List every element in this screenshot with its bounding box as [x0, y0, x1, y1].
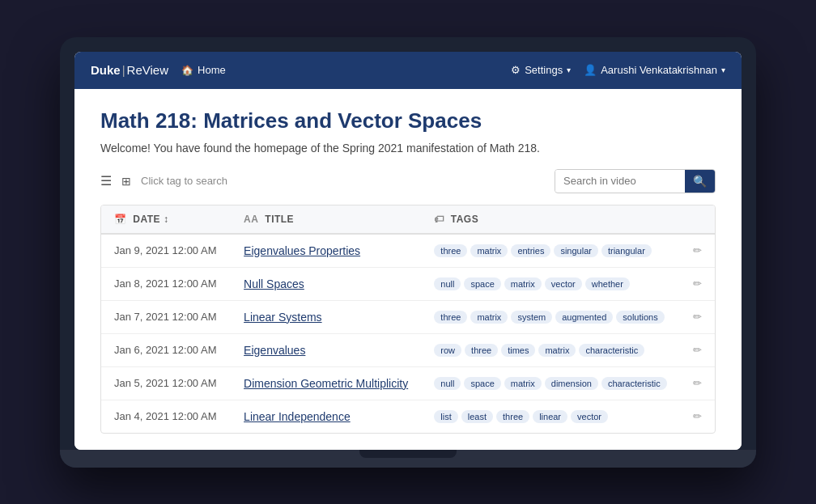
tag-badge[interactable]: linear	[533, 410, 567, 423]
tag-badge[interactable]: entries	[511, 244, 550, 257]
brand-duke: Duke	[91, 63, 121, 77]
tag-badge[interactable]: three	[434, 244, 467, 257]
tag-badge[interactable]: three	[434, 311, 467, 324]
table-row: Jan 6, 2021 12:00 AMEigenvaluesrowthreet…	[101, 333, 715, 366]
table-header-row: 📅 DATE ↕ Aa TITLE 🏷 TAGS	[101, 205, 715, 234]
search-button[interactable]: 🔍	[685, 170, 715, 193]
tag-badge[interactable]: augmented	[555, 311, 613, 324]
search-input[interactable]	[555, 170, 685, 192]
tags-cell: threematrixentriessingulartriangular	[421, 234, 680, 268]
title-header-label: TITLE	[265, 214, 294, 225]
tags-cell: nullspacematrixvectorwhether	[421, 267, 680, 300]
date-cell: Jan 5, 2021 12:00 AM	[101, 366, 231, 400]
action-cell: ✏	[680, 366, 715, 400]
date-header-label: DATE ↕	[133, 214, 168, 225]
tags-cell: threematrixsystemaugmentedsolutions	[421, 300, 680, 333]
tag-badge[interactable]: list	[434, 410, 457, 423]
home-label: Home	[198, 64, 226, 76]
edit-icon[interactable]: ✏	[693, 377, 702, 389]
tag-badge[interactable]: characteristic	[579, 344, 644, 357]
title-cell: Null Spaces	[231, 267, 421, 300]
table-row: Jan 7, 2021 12:00 AMLinear Systemsthreem…	[101, 300, 715, 333]
settings-dropdown[interactable]: ⚙ Settings ▾	[511, 64, 571, 76]
tag-badge[interactable]: matrix	[470, 244, 508, 257]
tag-badge[interactable]: three	[465, 344, 498, 357]
title-cell: Linear Systems	[231, 300, 421, 333]
list-view-icon[interactable]: ☰	[100, 173, 112, 188]
video-title-link[interactable]: Eigenvalues Properties	[244, 244, 360, 257]
tag-badge[interactable]: dimension	[545, 377, 598, 390]
tag-badge[interactable]: whether	[585, 277, 630, 290]
tag-badge[interactable]: space	[464, 277, 500, 290]
tag-badge[interactable]: triangular	[601, 244, 652, 257]
date-column-header[interactable]: 📅 DATE ↕	[101, 205, 231, 234]
action-cell: ✏	[680, 333, 715, 366]
video-title-link[interactable]: Linear Systems	[244, 311, 321, 324]
grid-view-icon[interactable]: ⊞	[121, 175, 131, 188]
video-title-link[interactable]: Dimension Geometric Multiplicity	[244, 377, 408, 390]
navbar-right: ⚙ Settings ▾ 👤 Aarushi Venkatakrishnan ▾	[511, 64, 725, 76]
edit-icon[interactable]: ✏	[693, 410, 702, 422]
tags-header-label: TAGS	[451, 214, 478, 225]
edit-icon[interactable]: ✏	[693, 344, 702, 356]
user-label: Aarushi Venkatakrishnan	[601, 64, 717, 76]
brand-review: ReView	[127, 63, 168, 77]
tag-badge[interactable]: three	[496, 410, 529, 423]
tag-badge[interactable]: system	[511, 311, 552, 324]
tag-badge[interactable]: matrix	[504, 277, 542, 290]
action-cell: ✏	[680, 300, 715, 333]
table-row: Jan 9, 2021 12:00 AMEigenvalues Properti…	[101, 234, 715, 268]
calendar-icon: 📅	[114, 214, 127, 225]
laptop-base	[60, 450, 756, 468]
video-table: 📅 DATE ↕ Aa TITLE 🏷 TAGS	[100, 205, 716, 434]
table-row: Jan 8, 2021 12:00 AMNull Spacesnullspace…	[101, 267, 715, 300]
video-title-link[interactable]: Linear Independence	[244, 410, 351, 423]
title-cell: Dimension Geometric Multiplicity	[231, 366, 421, 400]
tag-badge[interactable]: vector	[571, 410, 608, 423]
toolbar: ☰ ⊞ Click tag to search 🔍	[100, 169, 716, 193]
video-title-link[interactable]: Null Spaces	[244, 277, 304, 290]
tag-badge[interactable]: singular	[554, 244, 598, 257]
tag-badge[interactable]: null	[434, 377, 461, 390]
tag-badge[interactable]: matrix	[470, 311, 508, 324]
tag-badge[interactable]: matrix	[504, 377, 542, 390]
tags-cell: rowthreetimesmatrixcharacteristic	[421, 333, 680, 366]
user-chevron-icon: ▾	[721, 66, 725, 74]
tags-cell: listleastthreelinearvector	[421, 400, 680, 433]
action-cell: ✏	[680, 267, 715, 300]
edit-icon[interactable]: ✏	[693, 277, 702, 290]
user-icon: 👤	[584, 64, 597, 76]
gear-icon: ⚙	[511, 64, 521, 76]
brand-logo: Duke | ReView	[91, 63, 168, 77]
title-cell: Linear Independence	[231, 400, 421, 433]
chevron-down-icon: ▾	[567, 66, 571, 74]
date-cell: Jan 6, 2021 12:00 AM	[101, 333, 231, 366]
tag-badge[interactable]: least	[461, 410, 493, 423]
tag-badge[interactable]: null	[434, 277, 461, 290]
text-icon: Aa	[244, 214, 258, 225]
tag-badge[interactable]: matrix	[538, 344, 576, 357]
tag-badge[interactable]: row	[434, 344, 461, 357]
action-cell: ✏	[680, 400, 715, 433]
video-title-link[interactable]: Eigenvalues	[244, 344, 305, 357]
page-subtitle: Welcome! You have found the homepage of …	[100, 142, 716, 155]
tag-badge[interactable]: solutions	[616, 311, 664, 324]
toolbar-left: ☰ ⊞ Click tag to search	[100, 173, 227, 188]
title-cell: Eigenvalues	[231, 333, 421, 366]
home-nav-item[interactable]: 🏠 Home	[181, 64, 226, 76]
tag-badge[interactable]: vector	[545, 277, 582, 290]
navbar: Duke | ReView 🏠 Home ⚙ Settings ▾ 👤 Aaru	[74, 52, 742, 89]
tags-cell: nullspacematrixdimensioncharacteristic	[421, 366, 680, 400]
tag-badge[interactable]: times	[501, 344, 535, 357]
table-row: Jan 5, 2021 12:00 AMDimension Geometric …	[101, 366, 715, 400]
title-column-header[interactable]: Aa TITLE	[231, 205, 421, 234]
tag-icon: 🏷	[434, 214, 444, 225]
edit-icon[interactable]: ✏	[693, 311, 702, 323]
tag-badge[interactable]: space	[464, 377, 500, 390]
main-content: Math 218: Matrices and Vector Spaces Wel…	[74, 89, 742, 450]
click-tag-label: Click tag to search	[141, 175, 227, 187]
settings-label: Settings	[525, 64, 563, 76]
edit-icon[interactable]: ✏	[693, 244, 702, 256]
tag-badge[interactable]: characteristic	[601, 377, 667, 390]
user-dropdown[interactable]: 👤 Aarushi Venkatakrishnan ▾	[584, 64, 725, 76]
